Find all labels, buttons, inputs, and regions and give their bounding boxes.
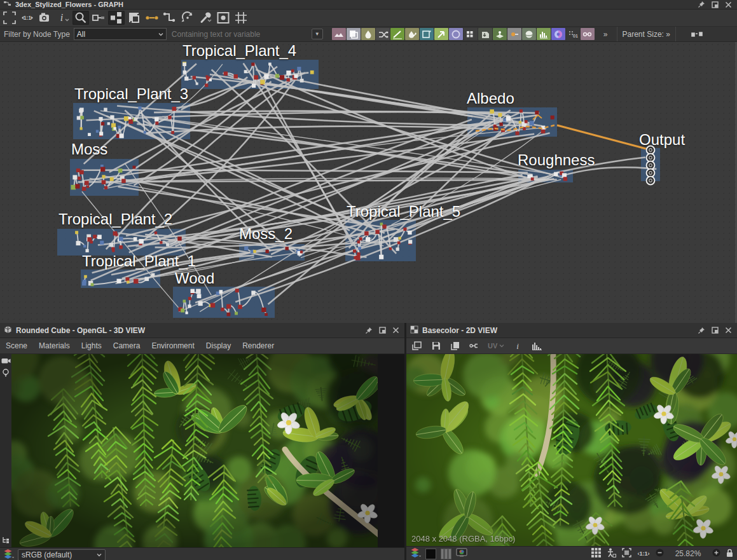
menu-renderer[interactable]: Renderer [237, 341, 280, 350]
menu-environment[interactable]: Environment [146, 341, 200, 350]
gradient-map-node-icon[interactable] [551, 28, 565, 40]
bit-depth-node-icon[interactable]: 01 [566, 28, 580, 40]
svg-text:i: i [516, 341, 519, 350]
close-icon[interactable] [725, 327, 732, 334]
channel-shuffle-node-icon[interactable] [376, 28, 390, 40]
zoom-in-icon[interactable] [712, 549, 720, 559]
recompute-icon[interactable] [179, 11, 196, 25]
svg-node-icon[interactable] [347, 28, 361, 40]
connection-style-icon[interactable] [144, 11, 160, 25]
scene-tree-icon[interactable] [0, 533, 11, 546]
checker-icon [410, 325, 418, 336]
close-icon[interactable] [392, 327, 399, 334]
graph-frame-label-tp5[interactable]: Tropical_Plant_5 [347, 204, 460, 219]
background-color-swatch[interactable] [425, 549, 436, 559]
float-icon[interactable] [712, 327, 719, 334]
actual-size-icon[interactable]: 1:1 [19, 11, 36, 25]
fit-frame-icon[interactable] [622, 548, 631, 559]
directional-blur-node-icon[interactable] [405, 28, 419, 40]
shape-node-icon[interactable] [449, 28, 463, 40]
stack-align-icon[interactable] [126, 11, 142, 25]
text-filter-field[interactable]: ▼ [170, 29, 323, 39]
thumbnail-display-icon[interactable] [215, 11, 231, 25]
bitmap-node-icon[interactable] [332, 28, 346, 40]
blur-node-icon[interactable] [361, 28, 375, 40]
graph-frame-label-tp3[interactable]: Tropical_Plant_3 [74, 86, 188, 102]
graph-frame-label-tp2[interactable]: Tropical_Plant_2 [59, 212, 172, 227]
color-layers-icon[interactable] [3, 549, 14, 560]
menu-camera[interactable]: Camera [107, 341, 146, 350]
save-icon[interactable] [428, 339, 444, 353]
float-icon[interactable] [379, 327, 386, 334]
close-icon[interactable] [725, 1, 732, 8]
display-profile-icon[interactable] [456, 548, 467, 559]
float-icon[interactable] [712, 1, 719, 8]
color-layers-icon[interactable] [410, 548, 421, 559]
pin-icon[interactable] [698, 1, 705, 8]
info-icon[interactable]: i [509, 339, 526, 353]
graph-frame-label-wood[interactable]: Wood [175, 271, 214, 286]
pin-icon[interactable] [698, 327, 705, 334]
fit-view-icon[interactable] [1, 11, 18, 25]
graph-frame-label-moss2[interactable]: Moss_2 [239, 226, 293, 242]
pin-icon[interactable] [365, 327, 373, 334]
zoom-out-icon[interactable] [656, 549, 664, 559]
dot-node-icon[interactable] [507, 28, 521, 40]
graph-frame-label-albedo[interactable]: Albedo [467, 91, 514, 106]
transform-node-icon[interactable] [420, 28, 434, 40]
view2d-titlebar[interactable]: Basecolor - 2D VIEW [406, 323, 737, 338]
histogram-node-icon[interactable] [537, 28, 551, 40]
graph-frame-label-output[interactable]: Output [639, 132, 685, 147]
text-filter-input[interactable] [170, 29, 312, 39]
tile-sampler-node-icon[interactable] [464, 28, 478, 40]
light-bulb-icon[interactable] [0, 367, 11, 379]
camera-capture-icon[interactable] [37, 11, 53, 25]
graph-frame-label-moss[interactable]: Moss [71, 142, 107, 157]
view3d-titlebar[interactable]: Rounded Cube - OpenGL - 3D VIEW [0, 323, 404, 338]
auto-layout-icon[interactable] [108, 11, 125, 25]
chevron-down-icon [158, 32, 163, 36]
link-display-icon[interactable] [90, 11, 107, 25]
lock-icon[interactable] [726, 549, 733, 559]
view2d-statusbar: ‹1:1› 25.82% [406, 546, 737, 560]
search-icon[interactable] [72, 11, 89, 25]
reroute-icon[interactable] [162, 11, 178, 25]
graph-frame-label-roughness[interactable]: Roughness [518, 153, 595, 168]
graph-titlebar[interactable]: 3dex_Stylized_Flowers - GRAPH [0, 0, 737, 10]
tile-grid-icon[interactable] [591, 548, 601, 559]
node-type-dropdown[interactable]: All [74, 28, 167, 40]
node-info-icon[interactable]: i [55, 11, 71, 25]
background-pattern-icon[interactable] [441, 549, 451, 559]
menu-display[interactable]: Display [200, 341, 237, 350]
text-filter-dropdown-icon[interactable]: ▼ [312, 29, 323, 39]
height-extract-node-icon[interactable] [478, 28, 492, 40]
view2d-viewport[interactable]: 2048 x 2048 (RGBA, 16bpc) [406, 354, 737, 546]
zoom-level-value[interactable]: 25.82% [670, 549, 706, 558]
graph-canvas[interactable]: Tropical_Plant_4Tropical_Plant_3AlbedoOu… [0, 42, 737, 324]
copy-icon[interactable] [447, 339, 464, 353]
view3d-viewport[interactable] [11, 354, 378, 547]
histogram-icon[interactable] [528, 339, 545, 353]
menu-lights[interactable]: Lights [76, 341, 107, 350]
shape-3d-node-icon[interactable] [522, 28, 536, 40]
tools-wrench-icon[interactable] [197, 11, 214, 25]
graph-frame-label-tp1[interactable]: Tropical_Plant_1 [82, 254, 196, 269]
chain-node-icon[interactable] [581, 28, 595, 40]
pixel-size-icon[interactable] [607, 548, 616, 559]
link-graph-icon[interactable] [466, 339, 483, 353]
camera-icon[interactable] [0, 354, 11, 367]
curve-node-icon[interactable] [390, 28, 404, 40]
one-to-one-icon[interactable]: ‹1:1› [637, 549, 650, 559]
export-image-icon[interactable] [409, 339, 425, 353]
colorspace-dropdown[interactable]: sRGB (default) [18, 549, 106, 560]
grid-snap-icon[interactable] [233, 11, 249, 25]
menu-materials[interactable]: Materials [33, 341, 76, 350]
parent-size-button[interactable]: Parent Size: » [617, 27, 676, 41]
connect-nodes-icon[interactable] [689, 27, 705, 41]
palette-overflow-chevron[interactable]: » [598, 30, 613, 39]
scatter-node-icon[interactable] [493, 28, 507, 40]
graph-frame-label-tp4[interactable]: Tropical_Plant_4 [183, 43, 296, 58]
view3d-panel: Rounded Cube - OpenGL - 3D VIEW SceneMat… [0, 323, 406, 560]
normal-node-icon[interactable] [434, 28, 448, 40]
menu-scene[interactable]: Scene [0, 341, 33, 350]
